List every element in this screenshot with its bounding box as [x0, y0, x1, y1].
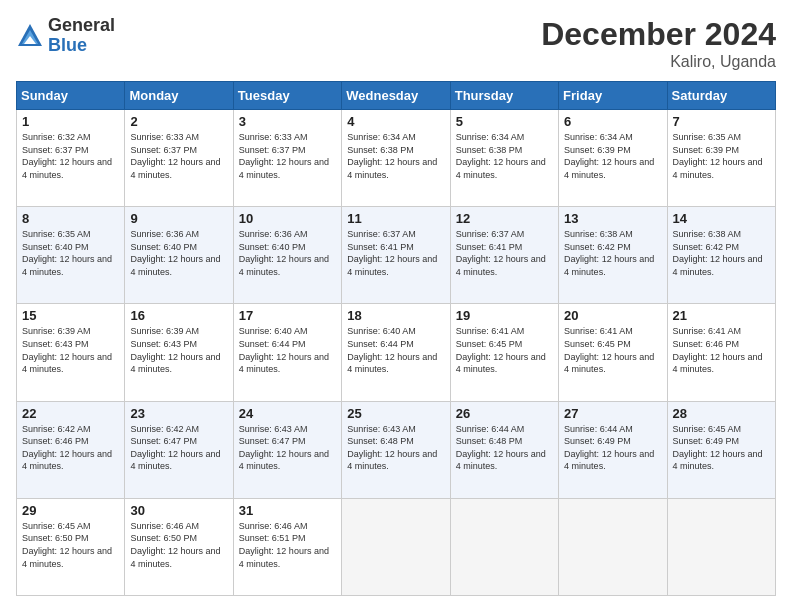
day-info: Sunrise: 6:43 AM Sunset: 6:47 PM Dayligh… — [239, 423, 336, 473]
page: General Blue December 2024 Kaliro, Ugand… — [0, 0, 792, 612]
day-number: 11 — [347, 211, 444, 226]
day-info: Sunrise: 6:39 AM Sunset: 6:43 PM Dayligh… — [130, 325, 227, 375]
logo-icon — [16, 22, 44, 50]
table-row: 19Sunrise: 6:41 AM Sunset: 6:45 PM Dayli… — [450, 304, 558, 401]
day-info: Sunrise: 6:45 AM Sunset: 6:49 PM Dayligh… — [673, 423, 770, 473]
day-number: 28 — [673, 406, 770, 421]
day-number: 5 — [456, 114, 553, 129]
day-number: 3 — [239, 114, 336, 129]
day-number: 12 — [456, 211, 553, 226]
table-row: 26Sunrise: 6:44 AM Sunset: 6:48 PM Dayli… — [450, 401, 558, 498]
table-row: 2Sunrise: 6:33 AM Sunset: 6:37 PM Daylig… — [125, 110, 233, 207]
table-row — [450, 498, 558, 595]
table-row: 16Sunrise: 6:39 AM Sunset: 6:43 PM Dayli… — [125, 304, 233, 401]
day-info: Sunrise: 6:41 AM Sunset: 6:45 PM Dayligh… — [564, 325, 661, 375]
table-row — [559, 498, 667, 595]
day-info: Sunrise: 6:42 AM Sunset: 6:47 PM Dayligh… — [130, 423, 227, 473]
day-number: 14 — [673, 211, 770, 226]
main-title: December 2024 — [541, 16, 776, 53]
table-row: 24Sunrise: 6:43 AM Sunset: 6:47 PM Dayli… — [233, 401, 341, 498]
table-row: 12Sunrise: 6:37 AM Sunset: 6:41 PM Dayli… — [450, 207, 558, 304]
day-info: Sunrise: 6:37 AM Sunset: 6:41 PM Dayligh… — [456, 228, 553, 278]
day-info: Sunrise: 6:43 AM Sunset: 6:48 PM Dayligh… — [347, 423, 444, 473]
table-row: 17Sunrise: 6:40 AM Sunset: 6:44 PM Dayli… — [233, 304, 341, 401]
logo-general-text: General — [48, 16, 115, 36]
day-info: Sunrise: 6:32 AM Sunset: 6:37 PM Dayligh… — [22, 131, 119, 181]
day-number: 6 — [564, 114, 661, 129]
day-number: 9 — [130, 211, 227, 226]
day-info: Sunrise: 6:46 AM Sunset: 6:51 PM Dayligh… — [239, 520, 336, 570]
col-wednesday: Wednesday — [342, 82, 450, 110]
day-info: Sunrise: 6:45 AM Sunset: 6:50 PM Dayligh… — [22, 520, 119, 570]
title-block: December 2024 Kaliro, Uganda — [541, 16, 776, 71]
day-number: 17 — [239, 308, 336, 323]
day-number: 27 — [564, 406, 661, 421]
calendar-week-row: 22Sunrise: 6:42 AM Sunset: 6:46 PM Dayli… — [17, 401, 776, 498]
table-row: 5Sunrise: 6:34 AM Sunset: 6:38 PM Daylig… — [450, 110, 558, 207]
day-info: Sunrise: 6:33 AM Sunset: 6:37 PM Dayligh… — [239, 131, 336, 181]
table-row: 14Sunrise: 6:38 AM Sunset: 6:42 PM Dayli… — [667, 207, 775, 304]
calendar-table: Sunday Monday Tuesday Wednesday Thursday… — [16, 81, 776, 596]
table-row: 1Sunrise: 6:32 AM Sunset: 6:37 PM Daylig… — [17, 110, 125, 207]
day-number: 26 — [456, 406, 553, 421]
table-row: 22Sunrise: 6:42 AM Sunset: 6:46 PM Dayli… — [17, 401, 125, 498]
day-info: Sunrise: 6:34 AM Sunset: 6:38 PM Dayligh… — [347, 131, 444, 181]
day-number: 29 — [22, 503, 119, 518]
day-info: Sunrise: 6:35 AM Sunset: 6:39 PM Dayligh… — [673, 131, 770, 181]
col-saturday: Saturday — [667, 82, 775, 110]
day-info: Sunrise: 6:41 AM Sunset: 6:46 PM Dayligh… — [673, 325, 770, 375]
day-info: Sunrise: 6:40 AM Sunset: 6:44 PM Dayligh… — [347, 325, 444, 375]
logo: General Blue — [16, 16, 115, 56]
table-row: 13Sunrise: 6:38 AM Sunset: 6:42 PM Dayli… — [559, 207, 667, 304]
table-row: 20Sunrise: 6:41 AM Sunset: 6:45 PM Dayli… — [559, 304, 667, 401]
table-row: 21Sunrise: 6:41 AM Sunset: 6:46 PM Dayli… — [667, 304, 775, 401]
header: General Blue December 2024 Kaliro, Ugand… — [16, 16, 776, 71]
col-sunday: Sunday — [17, 82, 125, 110]
day-info: Sunrise: 6:33 AM Sunset: 6:37 PM Dayligh… — [130, 131, 227, 181]
day-info: Sunrise: 6:34 AM Sunset: 6:39 PM Dayligh… — [564, 131, 661, 181]
table-row: 3Sunrise: 6:33 AM Sunset: 6:37 PM Daylig… — [233, 110, 341, 207]
day-info: Sunrise: 6:38 AM Sunset: 6:42 PM Dayligh… — [673, 228, 770, 278]
col-friday: Friday — [559, 82, 667, 110]
table-row: 25Sunrise: 6:43 AM Sunset: 6:48 PM Dayli… — [342, 401, 450, 498]
day-info: Sunrise: 6:39 AM Sunset: 6:43 PM Dayligh… — [22, 325, 119, 375]
day-number: 13 — [564, 211, 661, 226]
day-number: 23 — [130, 406, 227, 421]
day-number: 25 — [347, 406, 444, 421]
calendar-week-row: 8Sunrise: 6:35 AM Sunset: 6:40 PM Daylig… — [17, 207, 776, 304]
day-info: Sunrise: 6:35 AM Sunset: 6:40 PM Dayligh… — [22, 228, 119, 278]
table-row: 23Sunrise: 6:42 AM Sunset: 6:47 PM Dayli… — [125, 401, 233, 498]
table-row: 4Sunrise: 6:34 AM Sunset: 6:38 PM Daylig… — [342, 110, 450, 207]
table-row: 29Sunrise: 6:45 AM Sunset: 6:50 PM Dayli… — [17, 498, 125, 595]
day-number: 19 — [456, 308, 553, 323]
logo-blue-text: Blue — [48, 36, 115, 56]
day-info: Sunrise: 6:36 AM Sunset: 6:40 PM Dayligh… — [239, 228, 336, 278]
day-number: 30 — [130, 503, 227, 518]
col-tuesday: Tuesday — [233, 82, 341, 110]
table-row: 15Sunrise: 6:39 AM Sunset: 6:43 PM Dayli… — [17, 304, 125, 401]
day-number: 7 — [673, 114, 770, 129]
day-info: Sunrise: 6:36 AM Sunset: 6:40 PM Dayligh… — [130, 228, 227, 278]
day-number: 20 — [564, 308, 661, 323]
logo-text: General Blue — [48, 16, 115, 56]
day-info: Sunrise: 6:40 AM Sunset: 6:44 PM Dayligh… — [239, 325, 336, 375]
day-info: Sunrise: 6:44 AM Sunset: 6:49 PM Dayligh… — [564, 423, 661, 473]
day-info: Sunrise: 6:34 AM Sunset: 6:38 PM Dayligh… — [456, 131, 553, 181]
table-row: 28Sunrise: 6:45 AM Sunset: 6:49 PM Dayli… — [667, 401, 775, 498]
day-number: 16 — [130, 308, 227, 323]
day-number: 22 — [22, 406, 119, 421]
day-info: Sunrise: 6:46 AM Sunset: 6:50 PM Dayligh… — [130, 520, 227, 570]
table-row: 8Sunrise: 6:35 AM Sunset: 6:40 PM Daylig… — [17, 207, 125, 304]
day-number: 10 — [239, 211, 336, 226]
subtitle: Kaliro, Uganda — [541, 53, 776, 71]
day-number: 8 — [22, 211, 119, 226]
col-monday: Monday — [125, 82, 233, 110]
day-number: 4 — [347, 114, 444, 129]
table-row — [342, 498, 450, 595]
col-thursday: Thursday — [450, 82, 558, 110]
table-row: 31Sunrise: 6:46 AM Sunset: 6:51 PM Dayli… — [233, 498, 341, 595]
day-info: Sunrise: 6:41 AM Sunset: 6:45 PM Dayligh… — [456, 325, 553, 375]
day-info: Sunrise: 6:44 AM Sunset: 6:48 PM Dayligh… — [456, 423, 553, 473]
day-number: 15 — [22, 308, 119, 323]
day-number: 18 — [347, 308, 444, 323]
